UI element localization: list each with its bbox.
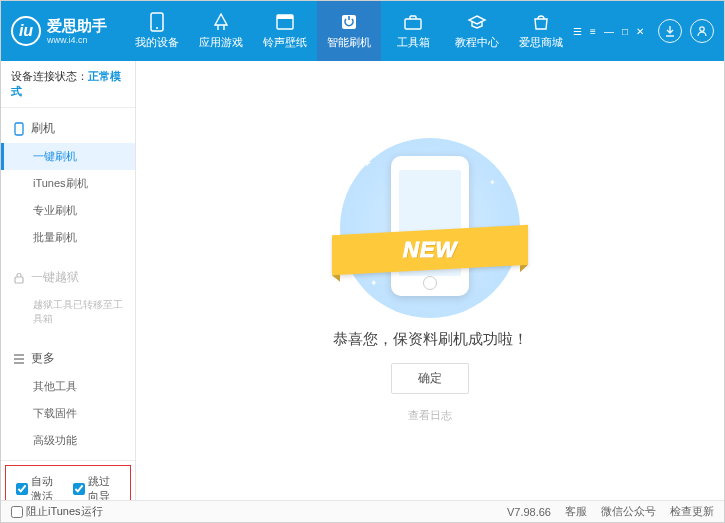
header: iu 爱思助手 www.i4.cn 我的设备 应用游戏 铃声壁纸 智能刷机 工具… (1, 1, 724, 61)
app-title: 爱思助手 (47, 17, 107, 35)
nav-flash[interactable]: 智能刷机 (317, 1, 381, 61)
success-message: 恭喜您，保资料刷机成功啦！ (333, 330, 528, 349)
nav-store[interactable]: 爱思商城 (509, 1, 573, 61)
sidebar-item-pro[interactable]: 专业刷机 (1, 197, 135, 224)
sidebar-item-itunes[interactable]: iTunes刷机 (1, 170, 135, 197)
user-button[interactable] (690, 19, 714, 43)
sidebar-item-other[interactable]: 其他工具 (1, 373, 135, 400)
jailbreak-note: 越狱工具已转移至工具箱 (1, 292, 135, 332)
tutorial-icon (467, 12, 487, 32)
svg-rect-5 (405, 19, 421, 29)
svg-rect-8 (15, 277, 23, 283)
confirm-button[interactable]: 确定 (391, 363, 469, 394)
window-controls: ☰ ≡ — □ ✕ (573, 26, 644, 37)
chk-skip-guide[interactable]: 跳过向导 (73, 474, 120, 500)
sidebar-item-batch[interactable]: 批量刷机 (1, 224, 135, 251)
sidebar-item-oneclick[interactable]: 一键刷机 (1, 143, 135, 170)
toolbox-icon (403, 12, 423, 32)
apps-icon (211, 12, 231, 32)
wechat-link[interactable]: 微信公众号 (601, 504, 656, 519)
sidebar: 设备连接状态：正常模式 刷机 一键刷机 iTunes刷机 专业刷机 批量刷机 一… (1, 61, 136, 500)
nav-tutorial[interactable]: 教程中心 (445, 1, 509, 61)
support-link[interactable]: 客服 (565, 504, 587, 519)
nav-toolbox[interactable]: 工具箱 (381, 1, 445, 61)
close-icon[interactable]: ✕ (636, 26, 644, 37)
minimize-icon[interactable]: — (604, 26, 614, 37)
maximize-icon[interactable]: □ (622, 26, 628, 37)
version-label: V7.98.66 (507, 506, 551, 518)
chk-block-itunes[interactable]: 阻止iTunes运行 (11, 504, 103, 519)
group-more[interactable]: 更多 (1, 344, 135, 373)
sidebar-item-download[interactable]: 下载固件 (1, 400, 135, 427)
store-icon (531, 12, 551, 32)
sidebar-item-advanced[interactable]: 高级功能 (1, 427, 135, 454)
logo-area[interactable]: iu 爱思助手 www.i4.cn (11, 16, 125, 46)
footer: 阻止iTunes运行 V7.98.66 客服 微信公众号 检查更新 (1, 500, 724, 522)
options-row: 自动激活 跳过向导 (5, 465, 131, 500)
group-jailbreak: 一键越狱 (1, 263, 135, 292)
svg-point-6 (700, 27, 704, 31)
download-button[interactable] (658, 19, 682, 43)
wallpaper-icon (275, 12, 295, 32)
group-flash[interactable]: 刷机 (1, 114, 135, 143)
ribbon-text: NEW (403, 237, 457, 263)
update-link[interactable]: 检查更新 (670, 504, 714, 519)
nav-my-device[interactable]: 我的设备 (125, 1, 189, 61)
svg-rect-7 (15, 123, 23, 135)
menu-icon[interactable]: ☰ (573, 26, 582, 37)
view-log-link[interactable]: 查看日志 (408, 408, 452, 423)
phone-icon (147, 12, 167, 32)
list-icon (13, 354, 25, 364)
device-status: 设备连接状态：正常模式 (1, 61, 135, 108)
success-illustration: ✦ ✦ ✦ NEW (340, 138, 520, 318)
app-url: www.i4.cn (47, 35, 107, 46)
logo-icon: iu (11, 16, 41, 46)
settings-icon[interactable]: ≡ (590, 26, 596, 37)
svg-point-1 (156, 27, 158, 29)
flash-icon (339, 12, 359, 32)
main-content: ✦ ✦ ✦ NEW 恭喜您，保资料刷机成功啦！ 确定 查看日志 (136, 61, 724, 500)
chk-auto-activate[interactable]: 自动激活 (16, 474, 63, 500)
phone-small-icon (13, 122, 25, 136)
lock-icon (13, 272, 25, 284)
nav-apps[interactable]: 应用游戏 (189, 1, 253, 61)
svg-rect-3 (277, 15, 293, 19)
nav-ringtone[interactable]: 铃声壁纸 (253, 1, 317, 61)
top-nav: 我的设备 应用游戏 铃声壁纸 智能刷机 工具箱 教程中心 爱思商城 (125, 1, 573, 61)
